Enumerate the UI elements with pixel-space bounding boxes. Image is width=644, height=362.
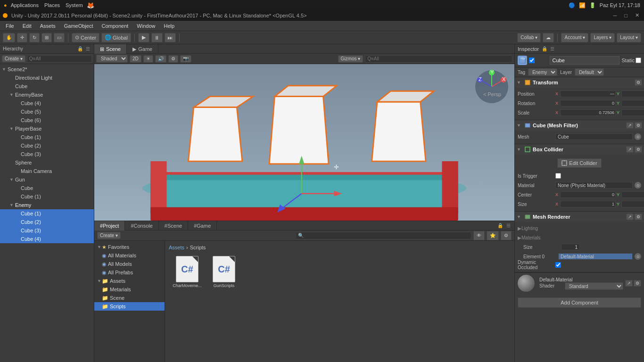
mesh-filter-header[interactable]: ▼ Cube (Mesh Filter) ↗ ⚙ [515, 120, 644, 131]
rot-y-input[interactable] [621, 100, 644, 107]
proj-eye-button[interactable]: 👁 [473, 231, 485, 240]
script-gunscripts[interactable]: C# GunScripts [207, 256, 240, 288]
script-charmove[interactable]: C# CharMoveme... [171, 256, 204, 288]
scripts-folder[interactable]: 📁 Scripts [94, 302, 165, 311]
tab-console[interactable]: # Console [125, 221, 158, 230]
edit-collider-button[interactable]: Edit Collider [557, 158, 601, 168]
pos-x-input[interactable] [560, 90, 616, 97]
step-button[interactable]: ⏭ [165, 33, 176, 42]
sx-input[interactable] [560, 201, 616, 207]
shader-dropdown[interactable]: Standard [565, 282, 623, 290]
object-name-input[interactable] [550, 56, 619, 65]
rot-x-input[interactable] [560, 100, 616, 107]
tab-scene[interactable]: ⊞ Scene [94, 44, 127, 54]
tree-item-cube-gun[interactable]: Cube [0, 184, 94, 192]
menu-file[interactable]: File [2, 22, 18, 30]
lighting-arrow[interactable]: ▶ [518, 226, 521, 231]
layers-dropdown[interactable]: Layers ▾ [590, 33, 615, 42]
cloud-button[interactable]: ☁ [543, 33, 554, 42]
tab-game[interactable]: ▶ Game [127, 44, 158, 54]
bc-ref-button[interactable]: ↗ [626, 146, 634, 153]
tree-item-cube6[interactable]: Cube (6) [0, 116, 94, 124]
gizmos-dropdown[interactable]: Gizmos ▾ [338, 55, 363, 63]
breadcrumb-assets[interactable]: Assets [169, 245, 184, 250]
all-materials-folder[interactable]: ◉ All Materials [94, 251, 165, 260]
collab-button[interactable]: Collab ▾ [517, 33, 541, 42]
tree-item-scene2[interactable]: ▼ Scene2* [0, 65, 94, 74]
metarials-folder[interactable]: 📁 Metarials [94, 285, 165, 294]
tree-item-cube3-p[interactable]: Cube (3) [0, 150, 94, 158]
app-applications[interactable]: Applications [11, 2, 39, 8]
lock-icon[interactable]: 🔒 [76, 46, 84, 51]
bc-settings-button[interactable]: ⚙ [635, 146, 642, 153]
tree-item-sphere[interactable]: Sphere [0, 158, 94, 167]
tree-item-enemy[interactable]: ▼ Enemy [0, 201, 94, 209]
menu-icon[interactable]: ☰ [85, 46, 91, 51]
mf-ref-button[interactable]: ↗ [626, 122, 634, 129]
tree-item-cube1-gun[interactable]: Cube (1) [0, 192, 94, 201]
pos-y-input[interactable] [621, 90, 644, 97]
scene-search-input[interactable] [365, 55, 512, 63]
bc-material-input[interactable] [555, 182, 633, 189]
tree-item-enemybase[interactable]: ▼ EnemyBase [0, 90, 94, 99]
project-create-button[interactable]: Create ▾ [97, 232, 121, 239]
project-search-input[interactable] [296, 232, 471, 239]
move-tool-button[interactable]: ✛ [17, 33, 27, 42]
elem0-dot[interactable]: ⊙ [635, 253, 641, 260]
tree-item-cube[interactable]: Cube [0, 82, 94, 90]
mr-size-input[interactable] [561, 244, 580, 250]
hierarchy-create-button[interactable]: Create ▾ [2, 55, 25, 62]
tree-item-cube4[interactable]: Cube (4) [0, 99, 94, 107]
mesh-value-input[interactable] [555, 133, 633, 140]
insp-menu-icon[interactable]: ☰ [549, 46, 555, 51]
rect-tool-button[interactable]: ▭ [54, 33, 65, 42]
tree-item-enemy-cube4[interactable]: Cube (4) [0, 235, 94, 243]
tab-project[interactable]: # Project [94, 221, 125, 230]
proj-star-button[interactable]: ⭐ [487, 231, 499, 240]
tag-dropdown[interactable]: Enemy [528, 68, 557, 76]
scale-tool-button[interactable]: ⊞ [41, 33, 52, 42]
object-active-checkbox[interactable] [529, 58, 535, 63]
cy-input[interactable] [621, 191, 644, 198]
tree-item-enemy-cube2[interactable]: Cube (2) [0, 218, 94, 226]
layer-dropdown[interactable]: Default [575, 68, 604, 76]
maximize-button[interactable]: □ [622, 13, 629, 18]
rotate-tool-button[interactable]: ↻ [29, 33, 40, 42]
dynamic-occluded-checkbox[interactable] [555, 262, 561, 268]
menu-gameobject[interactable]: GameObject [60, 22, 97, 30]
add-component-button[interactable]: Add Component [518, 297, 641, 308]
mat-settings-button[interactable]: ⚙ [634, 280, 641, 287]
proj-gear-button[interactable]: ⚙ [501, 231, 512, 240]
mat-ref-button[interactable]: ↗ [625, 280, 633, 287]
bc-material-dot[interactable]: ⊙ [635, 182, 641, 189]
scale-y-input[interactable] [621, 109, 644, 116]
elem0-input[interactable] [558, 253, 633, 260]
transform-header[interactable]: ▼ Transform ⚙ [515, 77, 644, 88]
tree-item-cube1-p[interactable]: Cube (1) [0, 133, 94, 141]
app-places[interactable]: Places [44, 2, 60, 8]
tree-item-cube2-p[interactable]: Cube (2) [0, 141, 94, 150]
materials-arrow[interactable]: ▶ [518, 235, 521, 240]
mr-settings-button[interactable]: ⚙ [635, 214, 642, 220]
close-button[interactable]: ✕ [633, 12, 641, 18]
tree-item-directional-light[interactable]: Directional Light [0, 74, 94, 82]
center-toggle-button[interactable]: ⊙ Center [72, 33, 99, 42]
play-button[interactable]: ▶ [138, 33, 149, 42]
all-prefabs-folder[interactable]: ◉ All Prefabs [94, 268, 165, 277]
tree-item-enemy-cube3[interactable]: Cube (3) [0, 226, 94, 235]
menu-help[interactable]: Help [160, 22, 178, 30]
favorites-folder[interactable]: ▼ ★ Favorites [94, 243, 165, 251]
menu-assets[interactable]: Assets [36, 22, 59, 30]
light-toggle-button[interactable]: ☀ [143, 55, 153, 63]
cx-input[interactable] [560, 191, 616, 198]
mesh-select-dot[interactable]: ⊙ [635, 133, 641, 140]
scene-cam-button[interactable]: 📷 [180, 55, 191, 63]
proj-lock-icon[interactable]: 🔒 [496, 223, 504, 228]
menu-window[interactable]: Window [133, 22, 159, 30]
static-checkbox[interactable] [636, 58, 641, 63]
hierarchy-search-input[interactable] [27, 55, 92, 63]
tree-item-cube5[interactable]: Cube (5) [0, 107, 94, 116]
proj-menu-icon[interactable]: ☰ [505, 223, 512, 228]
all-models-folder[interactable]: ◉ All Models [94, 260, 165, 268]
pause-button[interactable]: ⏸ [151, 33, 163, 42]
